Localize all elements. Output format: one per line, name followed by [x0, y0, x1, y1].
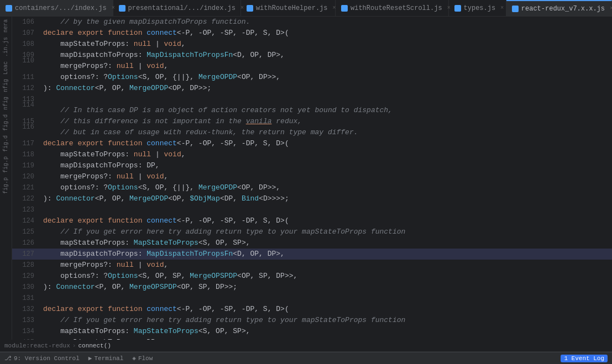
line-number: 133	[12, 315, 40, 326]
code-line-107: 107 declare export function connect<-P, …	[12, 28, 612, 39]
tab-close-btn[interactable]: ×	[500, 5, 504, 11]
line-content: mapDispatchToProps: MapDispatchToPropsFn…	[40, 50, 612, 61]
line-number: 127	[12, 249, 40, 260]
line-number: 123	[12, 204, 40, 215]
line-content	[40, 94, 612, 105]
code-line-117: 117 declare export function connect<-P, …	[12, 138, 612, 149]
breadcrumb-function[interactable]: connect()	[78, 342, 111, 349]
code-content: 106 // by the given mapDispatchToProps f…	[12, 17, 612, 340]
tab-close-btn[interactable]: ×	[610, 6, 612, 12]
sidebar-figp2[interactable]: fig.p	[2, 176, 10, 196]
line-content: declare export function connect<-P, -OP,…	[40, 28, 612, 39]
line-number: 130	[12, 282, 40, 293]
terminal-icon: ▶	[88, 355, 92, 362]
tab-withRouteHelper[interactable]: withRouteHelper.js ×	[241, 0, 336, 16]
tab-bar: containers/.../index.js × presentational…	[0, 0, 612, 17]
tab-file-icon	[6, 5, 12, 12]
tab-file-icon	[247, 5, 253, 12]
line-content: // If you get error here try adding retu…	[40, 315, 612, 326]
code-line-129: 129 options?: ?Options<S, OP, SP, MergeO…	[12, 271, 612, 282]
line-number: 106	[12, 17, 40, 28]
breadcrumb-separator: ›	[72, 342, 76, 349]
code-line-114: −114 // In this case DP is an object of …	[12, 105, 612, 116]
tab-containers-index[interactable]: containers/.../index.js ×	[0, 0, 113, 16]
line-content: ): Connector<P, OP, MergeOPDP<OP, $ObjMa…	[40, 193, 612, 204]
line-number: 119	[12, 160, 40, 171]
line-number: 108	[12, 39, 40, 50]
terminal-label: Terminal	[94, 355, 123, 362]
code-line-121: 121 options?: ?Options<S, OP, {||}, Merg…	[12, 182, 612, 193]
code-editor[interactable]: 106 // by the given mapDispatchToProps f…	[12, 17, 612, 340]
line-content	[40, 204, 612, 215]
line-number: 126	[12, 238, 40, 249]
line-content: options?: ?Options<S, OP, {||}, MergeOPD…	[40, 182, 612, 193]
sidebar-figd1[interactable]: fig.d	[2, 113, 10, 133]
line-content: mapDispatchToProps: DP,	[40, 160, 612, 171]
version-control-label: 9: Version Control	[14, 355, 80, 362]
tab-label: presentational/.../index.js	[128, 4, 236, 12]
line-content: options?: ?Options<S, OP, {||}, MergeOPD…	[40, 72, 612, 83]
line-number: 122	[12, 193, 40, 204]
event-log-button[interactable]: 1 Event Log	[561, 355, 608, 362]
tab-file-icon	[341, 5, 348, 12]
line-content: options?: ?Options<S, OP, SP, MergeOPSPD…	[40, 271, 612, 282]
sidebar-in-js[interactable]: .in.js	[2, 35, 10, 59]
tab-react-redux[interactable]: react-redux_v7.x.x.js ×	[506, 0, 612, 16]
flow-item[interactable]: ◈ Flow	[132, 355, 153, 362]
line-content: // In this case DP is an object of actio…	[40, 105, 612, 116]
tab-presentational-index[interactable]: presentational/.../index.js ×	[113, 0, 241, 16]
tab-label: withRouteResetScroll.js	[351, 4, 442, 12]
line-number: 118	[12, 149, 40, 160]
line-number: 111	[12, 72, 40, 83]
sidebar-nfig2[interactable]: nfig	[2, 95, 10, 112]
sidebar-nera[interactable]: nera	[2, 18, 10, 34]
sidebar-nfig1[interactable]: nfig	[2, 77, 10, 94]
line-content: // but in case of usage with redux-thunk…	[40, 127, 612, 138]
version-control-item[interactable]: ⎇ 9: Version Control	[4, 355, 80, 362]
code-line-108: 108 mapStateToProps: null | void,	[12, 39, 612, 50]
tab-withRouteResetScroll[interactable]: withRouteResetScroll.js ×	[336, 0, 449, 16]
line-number: 117	[12, 138, 40, 149]
code-line-110: −110 mergeProps?: null | void,	[12, 61, 612, 72]
line-content: declare export function connect<-P, -OP,…	[40, 304, 612, 315]
code-line-119: 119 mapDispatchToProps: DP,	[12, 160, 612, 171]
line-number: 129	[12, 271, 40, 282]
sidebar-figd2[interactable]: fig.d	[2, 134, 10, 154]
line-content: mapStateToProps: null | void,	[40, 39, 612, 50]
line-content: mergeProps?: null | void,	[40, 260, 612, 271]
line-content: mapStateToProps: null | void,	[40, 149, 612, 160]
terminal-item[interactable]: ▶ Terminal	[88, 355, 123, 362]
code-line-120: 120 mergeProps?: null | void,	[12, 171, 612, 182]
line-number: 112	[12, 83, 40, 94]
status-bar: ⎇ 9: Version Control ▶ Terminal ◈ Flow 1…	[0, 352, 612, 364]
code-line-127: 127 mapDispatchToProps: MapDispatchToPro…	[12, 249, 612, 260]
line-number: 107	[12, 28, 40, 39]
tab-label: containers/.../index.js	[15, 4, 107, 12]
code-line-123: 123	[12, 204, 612, 215]
sidebar-figp1[interactable]: fig.p	[2, 155, 10, 175]
code-line-112: 112 ): Connector<P, OP, MergeOPDP<OP, DP…	[12, 83, 612, 94]
tab-types[interactable]: types.js ×	[449, 0, 506, 16]
line-number: 128	[12, 260, 40, 271]
line-content: declare export function connect<-P, -OP,…	[40, 138, 612, 149]
line-number: −114	[12, 105, 40, 116]
sidebar-loac[interactable]: Loac	[2, 60, 10, 76]
line-number: 121	[12, 182, 40, 193]
left-sidebar: nera .in.js Loac nfig nfig fig.d fig.d f…	[0, 17, 12, 340]
line-content: mergeProps?: null | void,	[40, 171, 612, 182]
code-line-113: 113	[12, 94, 612, 105]
code-line-126: 126 mapStateToProps: MapStateToProps<S, …	[12, 238, 612, 249]
code-line-118: 118 mapStateToProps: null | void,	[12, 149, 612, 160]
flow-label: Flow	[138, 355, 153, 362]
version-control-icon: ⎇	[4, 355, 12, 362]
line-number: 120	[12, 171, 40, 182]
code-line-122: 122 ): Connector<P, OP, MergeOPDP<OP, $O…	[12, 193, 612, 204]
code-line-111: 111 options?: ?Options<S, OP, {||}, Merg…	[12, 72, 612, 83]
code-line-106: 106 // by the given mapDispatchToProps f…	[12, 17, 612, 28]
breadcrumb-module[interactable]: module:react-redux	[4, 342, 70, 349]
code-line-116: −116 // but in case of usage with redux-…	[12, 127, 612, 138]
code-line-131: 131	[12, 293, 612, 304]
code-line-132: 132 declare export function connect<-P, …	[12, 304, 612, 315]
tab-file-icon	[119, 5, 125, 12]
line-content: mapStateToProps: MapStateToProps<S, OP, …	[40, 326, 612, 337]
